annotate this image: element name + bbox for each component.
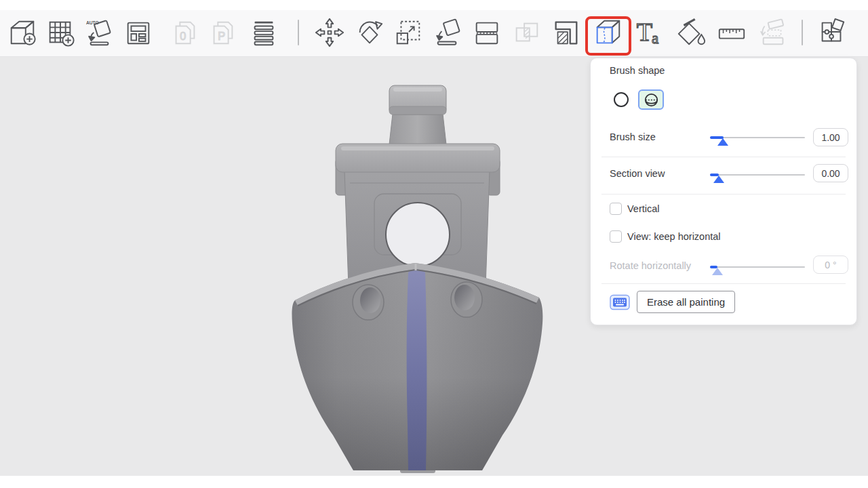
divider: [601, 194, 846, 195]
brush-size-label: Brush size: [610, 131, 656, 142]
split-to-objects-icon: 0: [170, 17, 201, 48]
brush-shape-label: Brush shape: [610, 65, 665, 76]
split-to-parts-icon: P: [208, 17, 239, 48]
rotate-horizontally-input: [813, 256, 848, 274]
toolbar-rotate[interactable]: [353, 17, 387, 48]
lay-on-face-icon: [432, 17, 463, 48]
divider: [601, 283, 846, 284]
section-view-thumb[interactable]: [713, 176, 724, 183]
toolbar-separator-1: [298, 20, 299, 45]
toolbar-seam-painting[interactable]: [591, 17, 625, 48]
sphere-brush-icon: [644, 92, 659, 108]
toolbar-move[interactable]: [313, 17, 347, 48]
divider: [601, 157, 846, 157]
vertical-checkbox-label[interactable]: Vertical: [627, 203, 660, 214]
rotate-horizontally-track: [710, 266, 805, 268]
toolbar-text-shape[interactable]: T a: [633, 17, 667, 48]
cut-icon: [471, 17, 502, 48]
toolbar-assemble: [757, 17, 791, 48]
brush-size-input[interactable]: [813, 128, 848, 146]
seam-painting-icon: [592, 17, 623, 48]
benchy-chimney: [389, 85, 446, 144]
brush-size-slider[interactable]: [710, 131, 805, 146]
view-keep-horizontal-checkbox[interactable]: [610, 230, 622, 243]
toolbar-split-to-parts: P: [206, 17, 240, 48]
auto-glyph: AUTO: [86, 20, 99, 25]
toolbar: AUTO 0 P: [0, 10, 868, 57]
toolbar-scale[interactable]: [391, 17, 425, 48]
brush-shape-circle-option[interactable]: [610, 89, 633, 110]
painted-seam-stripe: [407, 269, 427, 470]
rotate-horizontally-slider: [710, 261, 805, 276]
assembly-view-icon: [816, 17, 848, 48]
view-keep-horizontal-label[interactable]: View: keep horizontal: [627, 231, 721, 242]
p-glyph: P: [218, 30, 225, 42]
scale-icon: [393, 17, 424, 48]
toolbar-support-painting[interactable]: [549, 17, 583, 48]
letter-T-glyph: T: [637, 18, 652, 46]
erase-all-painting-button[interactable]: Erase all painting: [637, 291, 735, 313]
mesh-boolean-icon: [511, 17, 542, 48]
toolbar-assembly-view[interactable]: [815, 17, 849, 48]
rotate-horizontally-label: Rotate horizontally: [610, 260, 691, 271]
toolbar-auto-orient[interactable]: AUTO: [83, 17, 117, 48]
toolbar-separator-2: [802, 20, 803, 45]
move-icon: [314, 17, 345, 48]
cabin-window: [386, 203, 450, 266]
toolbar-split-to-objects: 0: [168, 17, 202, 48]
add-object-icon: [7, 17, 38, 48]
variable-layer-height-icon: [248, 17, 279, 48]
toolbar-color-painting[interactable]: [674, 17, 708, 48]
section-view-input[interactable]: [813, 164, 848, 182]
section-view-slider[interactable]: [710, 169, 805, 184]
toolbar-add-plate[interactable]: [43, 17, 77, 48]
section-view-label: Section view: [610, 168, 665, 179]
add-plate-icon: [45, 17, 76, 48]
measure-icon: [716, 17, 747, 48]
color-painting-icon: [675, 17, 707, 48]
circle-brush-icon: [613, 92, 629, 108]
vertical-checkbox[interactable]: [610, 203, 622, 215]
brush-shape-sphere-option[interactable]: [638, 89, 664, 110]
seam-painting-panel: Brush shape Brush size Section view Vert…: [590, 58, 857, 325]
rotate-horizontally-thumb: [712, 268, 723, 275]
section-view-track[interactable]: [710, 174, 805, 176]
brush-size-thumb[interactable]: [717, 138, 728, 146]
rotate-icon: [354, 17, 385, 48]
toolbar-measure[interactable]: [715, 17, 749, 48]
keyboard-shortcut-icon: [610, 294, 630, 313]
toolbar-add-object[interactable]: [5, 17, 39, 48]
zero-glyph: 0: [180, 30, 186, 42]
support-painting-icon: [550, 17, 581, 48]
arrange-icon: [123, 17, 154, 48]
toolbar-arrange[interactable]: [121, 17, 155, 48]
auto-orient-icon: AUTO: [84, 17, 115, 48]
letter-a-glyph: a: [652, 30, 658, 47]
text-shape-icon: T a: [634, 17, 665, 48]
toolbar-cut[interactable]: [470, 17, 504, 48]
toolbar-lay-on-face[interactable]: [431, 17, 465, 48]
assemble-icon: [758, 17, 789, 48]
toolbar-mesh-boolean: [509, 17, 543, 48]
toolbar-variable-layer-height[interactable]: [247, 17, 281, 48]
